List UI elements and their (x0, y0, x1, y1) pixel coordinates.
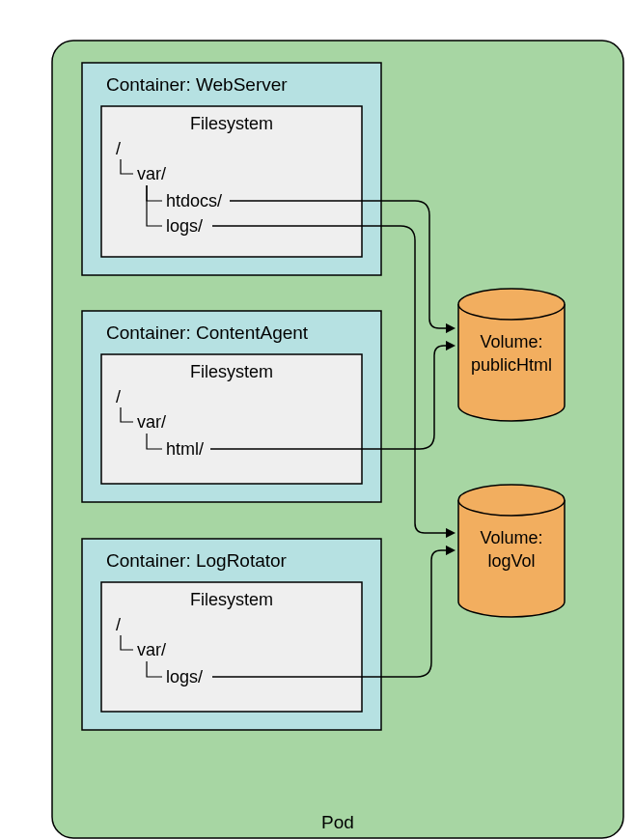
tree-var: var/ (137, 640, 166, 659)
volume-name: logVol (487, 551, 535, 571)
filesystem-label: Filesystem (190, 114, 273, 133)
tree-root: / (116, 615, 121, 634)
tree-logs: logs/ (166, 216, 203, 236)
container-contentagent: Container: ContentAgent Filesystem / var… (82, 311, 381, 502)
container-logrotator: Container: LogRotator Filesystem / var/ … (82, 539, 381, 730)
container-webserver: Container: WebServer Filesystem / var/ h… (82, 63, 381, 275)
volume-name: publicHtml (471, 355, 552, 375)
container-title: Container: ContentAgent (106, 322, 309, 343)
volume-title: Volume: (480, 332, 542, 351)
tree-root: / (116, 139, 121, 158)
tree-var: var/ (137, 164, 166, 183)
tree-logs: logs/ (166, 667, 203, 686)
pod-label: Pod (321, 812, 354, 832)
volume-logvol: Volume: logVol (458, 485, 565, 617)
container-title: Container: WebServer (106, 74, 288, 95)
container-title: Container: LogRotator (106, 550, 288, 571)
volume-title: Volume: (480, 528, 542, 547)
tree-root: / (116, 387, 121, 406)
tree-var: var/ (137, 412, 166, 432)
tree-html: html/ (166, 439, 204, 459)
svg-point-3 (458, 289, 565, 320)
filesystem-label: Filesystem (190, 590, 273, 609)
volume-publichtml: Volume: publicHtml (458, 289, 565, 421)
tree-htdocs: htdocs/ (166, 191, 222, 210)
svg-point-4 (458, 485, 565, 516)
filesystem-label: Filesystem (190, 362, 273, 381)
